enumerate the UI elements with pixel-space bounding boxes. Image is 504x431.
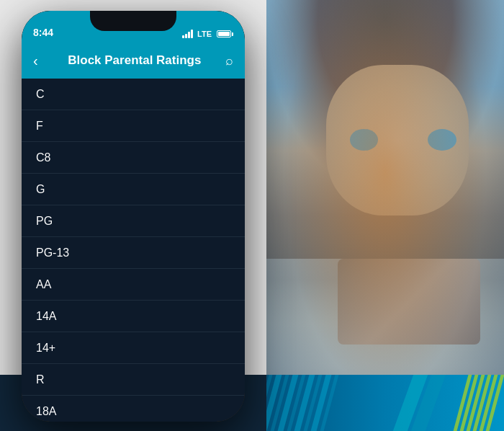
photo-overlay: [266, 0, 504, 431]
phone-frame: 8:44 LTE ‹: [22, 11, 245, 422]
status-icons: LTE: [182, 30, 233, 38]
rating-item[interactable]: C: [22, 79, 245, 110]
ratings-list: CFC8GPGPG-13AA14A14+R18A18+NC-17: [22, 79, 245, 422]
rating-item[interactable]: F: [22, 110, 245, 142]
signal-bar-2: [185, 34, 187, 38]
signal-bar-3: [188, 32, 190, 38]
nav-header: ‹ Block Parental Ratings ⌕: [22, 43, 245, 79]
rating-item[interactable]: G: [22, 174, 245, 205]
rating-item[interactable]: AA: [22, 269, 245, 301]
signal-bar-1: [182, 35, 184, 38]
rating-item[interactable]: R: [22, 364, 245, 396]
page-title: Block Parental Ratings: [44, 53, 225, 68]
rating-item[interactable]: C8: [22, 142, 245, 174]
rating-item[interactable]: PG: [22, 205, 245, 237]
back-button[interactable]: ‹: [33, 53, 38, 69]
network-type: LTE: [197, 30, 212, 38]
status-time: 8:44: [33, 27, 53, 38]
rating-item[interactable]: 14+: [22, 332, 245, 364]
rating-item[interactable]: 14A: [22, 301, 245, 332]
rating-item[interactable]: PG-13: [22, 237, 245, 269]
search-button[interactable]: ⌕: [225, 53, 233, 68]
battery-icon: [217, 30, 233, 37]
phone-screen: 8:44 LTE ‹: [22, 11, 245, 422]
signal-bars: [182, 30, 193, 38]
bg-right: [266, 0, 504, 431]
signal-bar-4: [191, 30, 193, 38]
phone-notch: [90, 11, 176, 31]
rating-item[interactable]: 18A: [22, 396, 245, 422]
decorative-bar: [266, 375, 504, 431]
